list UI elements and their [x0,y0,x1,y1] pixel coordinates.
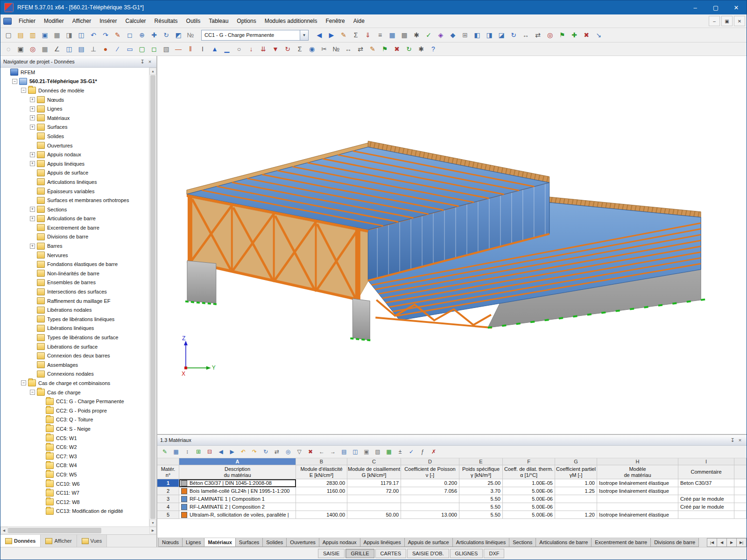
tree-item[interactable]: +Appuis linéiques [0,159,149,168]
next-load-case-icon[interactable]: ▶ [326,29,337,41]
tables-icon[interactable]: ▦ [387,29,398,41]
tree-item[interactable]: Types de libérations de surface [0,333,149,342]
cell[interactable]: 5.50 [459,495,503,503]
check-icon[interactable]: ✓ [423,29,434,41]
cell[interactable]: 1.00E-05 [503,479,555,487]
new-rectangle-icon[interactable]: ▭ [124,43,135,55]
prev-tab-icon[interactable]: ◀ [717,538,727,547]
table-tab-appuis-lin-iques[interactable]: Appuis linéiques [360,538,405,547]
menu-item-outils[interactable]: Outils [182,15,205,27]
expander-plus-icon[interactable]: + [30,216,35,221]
tree-item[interactable]: Libérations linéiques [0,324,149,333]
refresh-table-icon[interactable]: ↻ [261,447,271,457]
new-surface-icon[interactable]: ▢ [136,43,148,55]
tree-item[interactable]: +Articulations de barre [0,214,149,224]
cell[interactable]: 5.00E-06 [503,487,555,495]
tree-item[interactable]: +Matériaux [0,113,149,123]
3d-viewport[interactable]: Z Y X [157,56,747,434]
last-tab-icon[interactable]: ▶| [736,538,747,547]
cell[interactable]: 5.50 [459,511,503,519]
tree-item[interactable]: CC10: W6 [0,479,149,489]
column-header-commentaire[interactable]: Commentaire [678,465,734,479]
zoom-window-icon[interactable]: ◻ [124,29,135,41]
dimensions-icon[interactable]: ⇄ [532,29,543,41]
cell[interactable]: 0.200 [401,479,459,487]
concrete-wall-center[interactable] [352,299,370,340]
display-properties-icon[interactable]: ◧ [472,29,483,41]
table-view-icon[interactable]: ▤ [339,447,349,457]
new-section-icon[interactable]: I [197,43,208,55]
minimize-button[interactable]: – [685,0,705,14]
undo-table-icon[interactable]: ↶ [238,447,248,457]
tree-item[interactable]: Nervures [0,251,149,260]
move-left-icon[interactable]: ◀ [216,447,226,457]
menu-item-fen-tre[interactable]: Fenêtre [321,15,349,27]
menu-item-afficher[interactable]: Afficher [68,15,95,27]
mdi-restore-button[interactable]: ▣ [721,16,733,26]
tree-item[interactable]: −Cas de charge et combinaisons [0,378,149,388]
maximize-button[interactable]: ▢ [705,0,726,14]
tree-item[interactable]: Types de libérations linéiques [0,315,149,324]
excel-export-icon[interactable]: ▦ [384,447,394,457]
guideline-icon[interactable]: ⚑ [379,43,390,55]
units-settings-icon[interactable]: ⊞ [459,29,471,41]
expander-plus-icon[interactable]: + [30,97,35,102]
scrollbar-thumb[interactable] [8,528,101,533]
status-toggle-glignes[interactable]: GLIGNES [450,549,483,558]
undo-icon[interactable]: ↶ [88,29,99,41]
table-tab-sections[interactable]: Sections [509,538,536,547]
tree-item[interactable]: +Surfaces [0,123,149,132]
cell[interactable]: 5.00E-06 [503,503,555,511]
pan-view-icon[interactable]: ✚ [148,29,160,41]
tree-item[interactable]: CC1: G - Charge Permanente [0,397,149,406]
tree-item[interactable]: Assemblages [0,360,149,370]
expander-minus-icon[interactable]: − [12,79,17,84]
column-letter-F[interactable]: F [503,458,555,465]
fullscreen-icon[interactable]: ↘ [593,29,604,41]
menu-item-fichier[interactable]: Fichier [14,15,40,27]
tree-item[interactable]: CC11: W7 [0,488,149,497]
cell[interactable]: Béton C30/37 | DIN 1045-1:2008-08 [179,479,296,487]
column-header-poids-sp-cifique[interactable]: Poids spécifiqueγ [kN/m³] [459,465,503,479]
tree-item[interactable]: +Appuis nodaux [0,150,149,159]
navigator-tab-vues[interactable]: Vues [77,535,107,547]
calculation-icon[interactable]: ✱ [411,29,422,41]
cell[interactable]: 2830.00 [296,479,347,487]
abc-check-icon[interactable]: ✓ [406,447,416,457]
navigator-horizontal-scrollbar[interactable]: ◀ ▶ [0,526,156,534]
guidelines-icon[interactable]: ⚑ [557,29,568,41]
mdi-close-button[interactable]: ✕ [734,16,745,26]
tree-item[interactable]: CC9: W5 [0,470,149,479]
cell[interactable] [597,503,678,511]
insert-row-icon[interactable]: ⊞ [193,447,204,457]
settings-icon[interactable]: ✱ [416,43,427,55]
column-header-module-de-cisaillement[interactable]: Module de cisaillementG [kN/cm²] [347,465,401,479]
expander-plus-icon[interactable]: + [30,244,35,249]
rotate-view-icon[interactable]: ↻ [161,29,172,41]
format-painter-icon[interactable]: ✎ [112,29,123,41]
tree-item[interactable]: Épaisseurs variables [0,187,149,196]
tree-item[interactable]: −Données de modèle [0,86,149,95]
chevron-down-icon[interactable]: ▼ [300,30,308,40]
cell[interactable] [555,495,597,503]
grid-icon[interactable]: ▦ [39,43,50,55]
export-row-icon[interactable]: → [328,447,338,457]
pin-icon[interactable]: ↧ [139,58,146,65]
column-header-module-d-lasticit-[interactable]: Module d'élasticitéE [kN/cm²] [296,465,347,479]
cell[interactable]: 5.00E-06 [503,495,555,503]
cell[interactable]: Créé par le module [678,503,734,511]
cell[interactable]: 1160.00 [296,487,347,495]
table-filter-icon[interactable]: ▦ [171,447,181,457]
new-opening-icon[interactable]: ◻ [148,43,160,55]
menu-item-modifier[interactable]: Modifier [40,15,68,27]
snap-points-icon[interactable]: ◎ [27,43,38,55]
copy-icon[interactable]: ◫ [76,29,87,41]
help-icon[interactable]: ? [428,43,439,55]
renumber-icon[interactable]: № [331,43,342,55]
new-solid-icon[interactable]: ▧ [161,43,172,55]
menu-item-aide[interactable]: Aide [349,15,369,27]
table-tab-articulations-lin-iques[interactable]: Articulations linéiques [452,538,509,547]
save-icon[interactable]: ▣ [39,29,50,41]
measure-icon[interactable]: ↔ [520,29,531,41]
expander-plus-icon[interactable]: + [30,125,35,130]
